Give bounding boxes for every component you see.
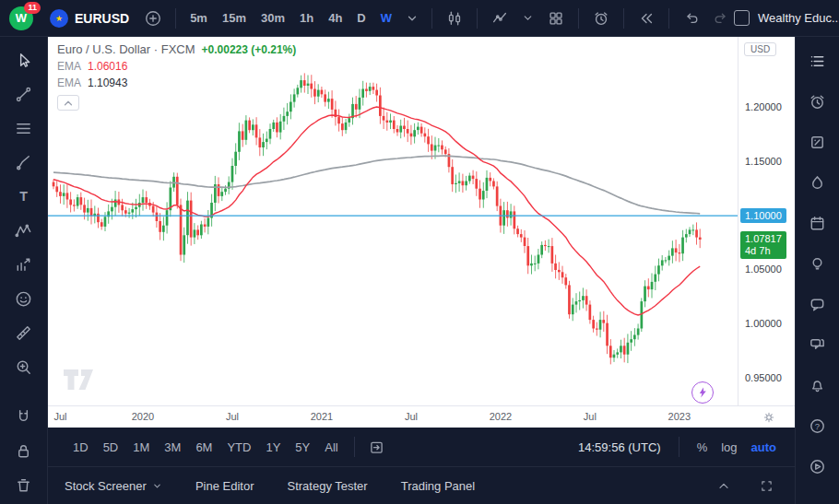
timeframe-1d[interactable]: D	[352, 7, 370, 29]
chevron-up-icon	[716, 479, 731, 492]
bar-replay-button[interactable]	[633, 6, 659, 31]
watchlist-button[interactable]	[804, 52, 832, 71]
divider	[578, 8, 579, 29]
streams-button[interactable]	[804, 457, 832, 476]
percent-scale-button[interactable]: %	[697, 440, 708, 454]
undo-button[interactable]	[679, 6, 703, 30]
conversations-button[interactable]	[804, 335, 832, 355]
create-alert-button[interactable]	[588, 6, 614, 31]
eur-flag-icon: ★	[50, 9, 68, 28]
tool-text[interactable]: T	[8, 186, 40, 206]
range-ytd[interactable]: YTD	[220, 437, 257, 458]
rewind-icon	[637, 9, 656, 28]
timeframe-1h[interactable]: 1h	[295, 7, 318, 29]
chart-title[interactable]: Euro / U.S. Dollar · FXCM	[57, 42, 195, 56]
chart-panel: Euro / U.S. Dollar · FXCM +0.00223 (+0.2…	[48, 37, 795, 428]
notifications-button[interactable]	[804, 376, 832, 395]
svg-text:T: T	[19, 189, 28, 204]
ema-fast-legend[interactable]: EMA 1.06016	[57, 60, 296, 73]
log-scale-button[interactable]: log	[721, 440, 737, 454]
auto-scale-button[interactable]: auto	[751, 440, 776, 454]
brush-icon	[14, 153, 33, 172]
hotlists-button[interactable]	[804, 173, 832, 193]
plus-icon	[144, 9, 162, 28]
indicator-templates-button[interactable]	[518, 8, 538, 28]
tool-magnet[interactable]	[8, 406, 40, 427]
go-to-date-button[interactable]	[364, 435, 389, 460]
range-1y[interactable]: 1Y	[259, 437, 287, 458]
symbol-search-button[interactable]: ★ EURUSD	[44, 6, 135, 31]
range-1m[interactable]: 1M	[126, 437, 156, 458]
divider	[668, 8, 669, 29]
tool-remove-objects[interactable]	[8, 475, 40, 495]
panel-expand-button[interactable]	[713, 475, 735, 496]
indicators-button[interactable]	[487, 6, 513, 31]
chevron-down-icon	[522, 12, 534, 24]
tool-emoji[interactable]	[8, 288, 40, 309]
tool-zoom[interactable]	[8, 357, 40, 377]
layout-name[interactable]: Wealthy Educ...	[758, 11, 839, 25]
currency-label[interactable]: USD	[744, 42, 776, 56]
timeframe-4h[interactable]: 4h	[324, 7, 347, 29]
range-all[interactable]: All	[318, 437, 344, 458]
news-button[interactable]	[804, 133, 832, 152]
timeframe-30m[interactable]: 30m	[256, 7, 290, 29]
price-axis[interactable]: USD 1.200001.150001.050001.000000.950001…	[738, 37, 795, 405]
trading-panel-tab[interactable]: Trading Panel	[401, 479, 475, 493]
range-5d[interactable]: 5D	[97, 437, 125, 458]
strategy-tester-tab[interactable]: Strategy Tester	[287, 479, 367, 493]
range-5y[interactable]: 5Y	[289, 437, 316, 458]
ema-slow-legend[interactable]: EMA 1.10943	[57, 76, 296, 89]
tool-measure[interactable]	[8, 322, 40, 343]
chat-bubbles-icon	[808, 335, 827, 355]
calendar-button[interactable]	[804, 214, 832, 233]
tool-xabcd-pattern[interactable]	[8, 220, 40, 240]
pine-editor-tab[interactable]: Pine Editor	[195, 479, 254, 493]
bottom-panel-bar: Stock Screener Pine Editor Strategy Test…	[48, 466, 795, 504]
last-price-badge[interactable]: 1.078174d 7h	[740, 231, 786, 259]
timeframe-15m[interactable]: 15m	[218, 7, 251, 29]
range-6m[interactable]: 6M	[189, 437, 219, 458]
time-axis[interactable]: Jul2020Jul2021Jul2022Jul2023	[48, 405, 795, 428]
tool-forecast[interactable]	[8, 254, 40, 275]
timeframe-1w-active[interactable]: W	[376, 7, 396, 29]
help-icon: ?	[808, 416, 827, 436]
legend-collapse-button[interactable]	[57, 95, 79, 111]
ruler-icon	[14, 323, 33, 343]
quick-action-button[interactable]	[691, 381, 714, 404]
bottom-toolbar: 1D 5D 1M 3M 6M YTD 1Y 5Y All 14:59:56 (U…	[48, 428, 795, 466]
alerts-button[interactable]	[804, 92, 832, 111]
layout-grid-button[interactable]	[543, 6, 569, 31]
chevron-down-icon	[152, 481, 162, 491]
notification-badge: 11	[24, 2, 41, 14]
redo-button[interactable]	[709, 6, 734, 30]
stock-screener-tab[interactable]: Stock Screener	[65, 479, 162, 493]
chart-type-button[interactable]	[442, 6, 467, 31]
timeframe-5m[interactable]: 5m	[185, 7, 212, 29]
help-button[interactable]: ?	[804, 416, 832, 436]
tool-lock-drawings[interactable]	[8, 440, 40, 461]
add-symbol-button[interactable]	[140, 6, 166, 31]
time-axis-label: Jul	[405, 411, 418, 422]
axis-settings-button[interactable]	[762, 410, 776, 425]
hline-price-badge[interactable]: 1.10000	[740, 208, 786, 223]
tool-trend-line[interactable]	[8, 84, 40, 104]
utc-clock[interactable]: 14:59:56 (UTC)	[578, 440, 661, 454]
grid-layout-icon	[547, 9, 565, 28]
tool-brush[interactable]	[8, 152, 40, 172]
app-logo[interactable]: W 11	[9, 6, 35, 30]
pine-editor-label: Pine Editor	[195, 479, 254, 493]
tool-fib-retracement[interactable]	[8, 118, 40, 138]
divider	[679, 437, 679, 457]
save-layout-icon[interactable]	[734, 10, 750, 26]
range-1d[interactable]: 1D	[66, 437, 95, 458]
fullscreen-button[interactable]	[755, 475, 778, 498]
tool-cursor[interactable]	[8, 50, 40, 70]
chat-button[interactable]	[804, 295, 832, 314]
svg-text:?: ?	[815, 421, 820, 431]
ideas-button[interactable]	[804, 254, 832, 274]
range-3m[interactable]: 3M	[158, 437, 187, 458]
alarm-clock-icon	[592, 9, 610, 28]
timeframe-menu-button[interactable]	[402, 8, 422, 29]
emoji-icon	[14, 289, 33, 309]
